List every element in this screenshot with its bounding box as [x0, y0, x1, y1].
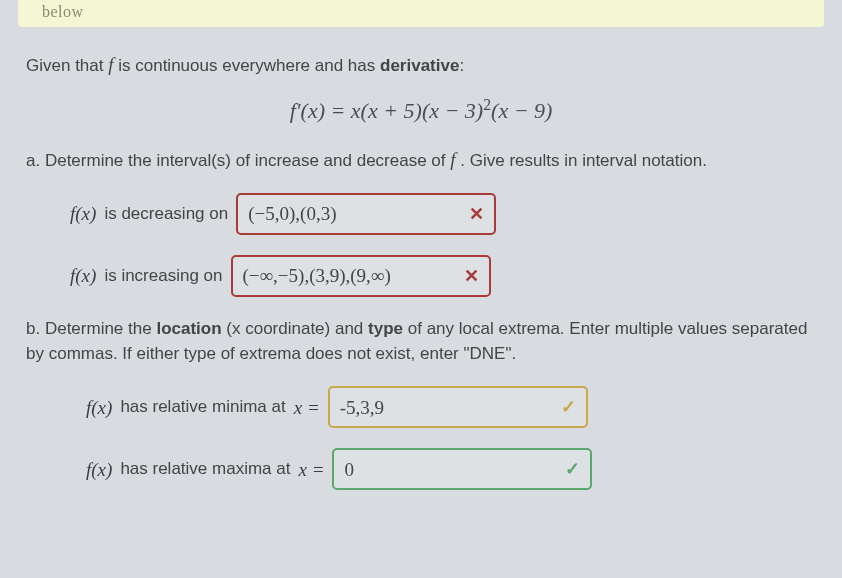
inc-fx: f(x)	[70, 262, 96, 290]
eq-exp: 2	[483, 96, 491, 113]
max-label: has relative maxima at	[120, 457, 290, 482]
eq-lhs: f′(x)	[290, 99, 325, 124]
banner-text: below	[42, 3, 84, 20]
dec-label: is decreasing on	[104, 202, 228, 227]
max-var: x =	[298, 456, 324, 484]
pb-bold1: location	[156, 319, 221, 338]
pb-b: (x coordinate) and	[222, 319, 368, 338]
pb-a: b. Determine the	[26, 319, 156, 338]
increasing-answer-input[interactable]: (−∞,−5),(3,9),(9,∞) ✕	[231, 255, 491, 297]
inc-value: (−∞,−5),(3,9),(9,∞)	[243, 262, 391, 290]
check-icon: ✓	[565, 456, 580, 482]
part-b-prompt: b. Determine the location (x coordinate)…	[26, 317, 816, 366]
max-fx: f(x)	[86, 456, 112, 484]
min-var: x =	[294, 394, 320, 422]
dec-fx: f(x)	[70, 200, 96, 228]
max-value: 0	[344, 456, 354, 484]
problem-content: Given that f is continuous everywhere an…	[0, 27, 842, 491]
dec-value: (−5,0),(0,3)	[248, 200, 336, 228]
eq-rhs-a: x(x + 5)(x − 3)	[351, 99, 483, 124]
intro-prefix: Given that	[26, 56, 108, 75]
increasing-row: f(x) is increasing on (−∞,−5),(3,9),(9,∞…	[70, 255, 816, 297]
check-icon: ✓	[561, 394, 576, 420]
maxima-answer-input[interactable]: 0 ✓	[332, 448, 592, 490]
eq-eq: =	[325, 99, 351, 124]
pb-bold2: type	[368, 319, 403, 338]
info-banner: below	[18, 0, 824, 27]
min-fx: f(x)	[86, 394, 112, 422]
intro-suffix: :	[459, 56, 464, 75]
pa-text-b: . Give results in interval notation.	[456, 151, 707, 170]
wrong-icon: ✕	[464, 263, 479, 289]
intro-line: Given that f is continuous everywhere an…	[26, 51, 816, 79]
min-label: has relative minima at	[120, 395, 285, 420]
intro-bold: derivative	[380, 56, 459, 75]
maxima-row: f(x) has relative maxima at x = 0 ✓	[86, 448, 816, 490]
minima-answer-input[interactable]: -5,3,9 ✓	[328, 386, 588, 428]
minima-row: f(x) has relative minima at x = -5,3,9 ✓	[86, 386, 816, 428]
wrong-icon: ✕	[469, 201, 484, 227]
decreasing-answer-input[interactable]: (−5,0),(0,3) ✕	[236, 193, 496, 235]
min-value: -5,3,9	[340, 394, 384, 422]
intro-middle: is continuous everywhere and has	[114, 56, 381, 75]
decreasing-row: f(x) is decreasing on (−5,0),(0,3) ✕	[70, 193, 816, 235]
eq-rhs-b: (x − 9)	[491, 99, 552, 124]
inc-label: is increasing on	[104, 264, 222, 289]
derivative-equation: f′(x) = x(x + 5)(x − 3)2(x − 9)	[26, 94, 816, 127]
part-a-prompt: a. Determine the interval(s) of increase…	[26, 146, 816, 174]
pa-text-a: a. Determine the interval(s) of increase…	[26, 151, 450, 170]
